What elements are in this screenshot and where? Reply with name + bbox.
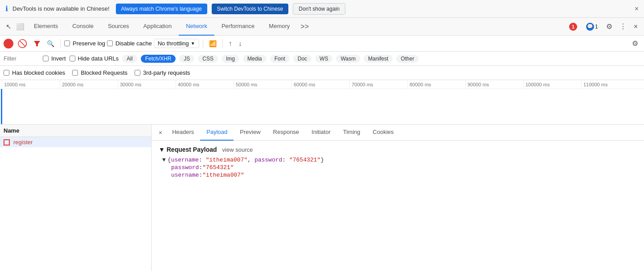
detail-tab-timing[interactable]: Timing — [337, 125, 367, 141]
request-row[interactable]: register — [0, 137, 151, 147]
payload-title-text: ▼ Request Payload — [159, 146, 217, 153]
dont-show-again-button[interactable]: Don't show again — [293, 3, 345, 15]
filter-chip-all[interactable]: All — [122, 55, 137, 63]
more-menu-button[interactable]: ⋮ — [617, 20, 629, 32]
filter-input[interactable] — [4, 55, 39, 62]
blocked-requests-label[interactable]: Blocked Requests — [72, 69, 127, 76]
ruler-tick-3: 40000 ms — [176, 80, 234, 89]
filter-chip-img[interactable]: Img — [222, 55, 239, 63]
invert-text: Invert — [51, 55, 66, 62]
error-badge: 1 — [569, 23, 577, 31]
switch-language-button[interactable]: Switch DevTools to Chinese — [212, 4, 289, 14]
tab-network[interactable]: Network — [179, 18, 214, 36]
device-tool-button[interactable]: ⬜ — [14, 21, 27, 32]
throttle-select[interactable]: No throttling ▼ — [154, 39, 199, 48]
hide-data-urls-label[interactable]: Hide data URLs — [70, 55, 119, 62]
third-party-label[interactable]: 3rd-party requests — [135, 69, 190, 76]
filter-chip-manifest[interactable]: Manifest — [364, 55, 393, 63]
network-settings-button[interactable]: ⚙ — [630, 38, 640, 49]
filter-chip-fetch-xhr[interactable]: Fetch/XHR — [141, 55, 176, 63]
tab-elements[interactable]: Elements — [27, 18, 65, 36]
filter-chip-other[interactable]: Other — [396, 55, 418, 63]
detail-tab-preview[interactable]: Preview — [234, 125, 267, 141]
detail-tab-cookies[interactable]: Cookies — [366, 125, 400, 141]
info-badge-container[interactable]: 💬 1 — [582, 21, 602, 32]
record-button[interactable] — [4, 39, 13, 49]
filter-chip-doc[interactable]: Doc — [293, 55, 312, 63]
more-tabs-icon[interactable]: >> — [297, 23, 312, 31]
search-button[interactable]: 🔍 — [45, 39, 57, 49]
info-icon: ℹ — [5, 4, 8, 13]
notification-close-icon[interactable]: × — [635, 5, 639, 13]
payload-colon-0: : — [199, 164, 202, 171]
ruler-tick-4: 50000 ms — [234, 80, 291, 89]
hide-data-urls-text: Hide data URLs — [78, 55, 119, 62]
detail-close-button[interactable]: × — [155, 127, 166, 138]
has-blocked-cookies-label[interactable]: Has blocked cookies — [4, 69, 65, 76]
has-blocked-cookies-checkbox[interactable] — [4, 70, 9, 76]
detail-panel: × Headers Payload Preview Response Initi… — [152, 125, 644, 271]
preserve-log-label[interactable]: Preserve log — [64, 40, 105, 47]
close-devtools-button[interactable]: × — [631, 21, 640, 32]
ruler-tick-5: 60000 ms — [291, 80, 349, 89]
payload-tree: ▼ {username: "itheima007", password: "76… — [159, 157, 637, 178]
filter-chip-css[interactable]: CSS — [198, 55, 218, 63]
payload-value-username: "itheima007" — [202, 172, 244, 178]
view-source-link[interactable]: view source — [222, 146, 253, 153]
request-list: Name register — [0, 125, 152, 271]
settings-button[interactable]: ⚙ — [603, 20, 615, 32]
detail-tab-response[interactable]: Response — [267, 125, 306, 141]
filter-icon — [33, 40, 41, 47]
network-conditions-button[interactable]: 📶 — [207, 39, 219, 49]
payload-colon-1: : — [199, 172, 202, 178]
tab-application[interactable]: Application — [136, 18, 179, 36]
tab-performance[interactable]: Performance — [214, 18, 262, 36]
has-blocked-cookies-text: Has blocked cookies — [12, 69, 65, 76]
detail-tab-initiator[interactable]: Initiator — [305, 125, 337, 141]
blocked-requests-checkbox[interactable] — [72, 70, 78, 76]
ruler-tick-2: 30000 ms — [118, 80, 176, 89]
hide-data-urls-checkbox[interactable] — [70, 56, 75, 61]
third-party-checkbox[interactable] — [135, 70, 140, 76]
ruler-tick-10: 110000 ms — [581, 80, 639, 89]
clear-button[interactable]: 🚫 — [15, 37, 29, 50]
payload-section-title: ▼ Request Payload view source — [159, 146, 637, 153]
throttle-text: No throttling — [158, 40, 189, 47]
blocked-bar: Has blocked cookies Blocked Requests 3rd… — [0, 66, 644, 80]
disable-cache-checkbox[interactable] — [107, 40, 113, 46]
payload-value-password: "7654321" — [202, 164, 234, 171]
toolbar-divider-3 — [222, 39, 223, 48]
export-button[interactable]: ↓ — [236, 38, 244, 49]
timeline-marker — [1, 89, 2, 124]
match-language-button[interactable]: Always match Chrome's language — [116, 4, 207, 14]
detail-tab-payload[interactable]: Payload — [200, 125, 234, 141]
invert-checkbox[interactable] — [43, 56, 49, 61]
filter-chip-font[interactable]: Font — [270, 55, 290, 63]
invert-label[interactable]: Invert — [43, 55, 66, 62]
tab-sources[interactable]: Sources — [101, 18, 136, 36]
error-badge-container[interactable]: 1 — [566, 21, 581, 32]
filter-chip-js[interactable]: JS — [179, 55, 194, 63]
payload-root-brace: {username: "itheima007", password: "7654… — [168, 157, 324, 163]
tab-memory[interactable]: Memory — [262, 18, 297, 36]
preserve-log-checkbox[interactable] — [64, 40, 70, 46]
filter-chip-media[interactable]: Media — [243, 55, 267, 63]
timeline: 10000 ms 20000 ms 30000 ms 40000 ms 5000… — [0, 80, 644, 125]
toolbar-divider-1 — [60, 39, 61, 48]
timeline-ruler: 10000 ms 20000 ms 30000 ms 40000 ms 5000… — [0, 80, 644, 89]
import-button[interactable]: ↑ — [226, 38, 234, 49]
throttle-chevron: ▼ — [191, 41, 195, 46]
disable-cache-label[interactable]: Disable cache — [107, 40, 152, 47]
cursor-tool-button[interactable]: ↖ — [4, 21, 14, 32]
payload-tree-toggle[interactable]: ▼ — [162, 157, 166, 163]
filter-toggle-button[interactable] — [31, 39, 43, 49]
filter-chip-wasm[interactable]: Wasm — [336, 55, 360, 63]
detail-tab-headers[interactable]: Headers — [166, 125, 200, 141]
tab-console[interactable]: Console — [65, 18, 101, 36]
request-list-header: Name — [0, 125, 151, 137]
filter-chip-ws[interactable]: WS — [315, 55, 332, 63]
notification-bar: ℹ DevTools is now available in Chinese! … — [0, 0, 644, 18]
detail-tabs: × Headers Payload Preview Response Initi… — [152, 125, 644, 141]
notification-text: DevTools is now available in Chinese! — [12, 5, 110, 12]
payload-field-username: username: "itheima007" — [171, 172, 637, 178]
